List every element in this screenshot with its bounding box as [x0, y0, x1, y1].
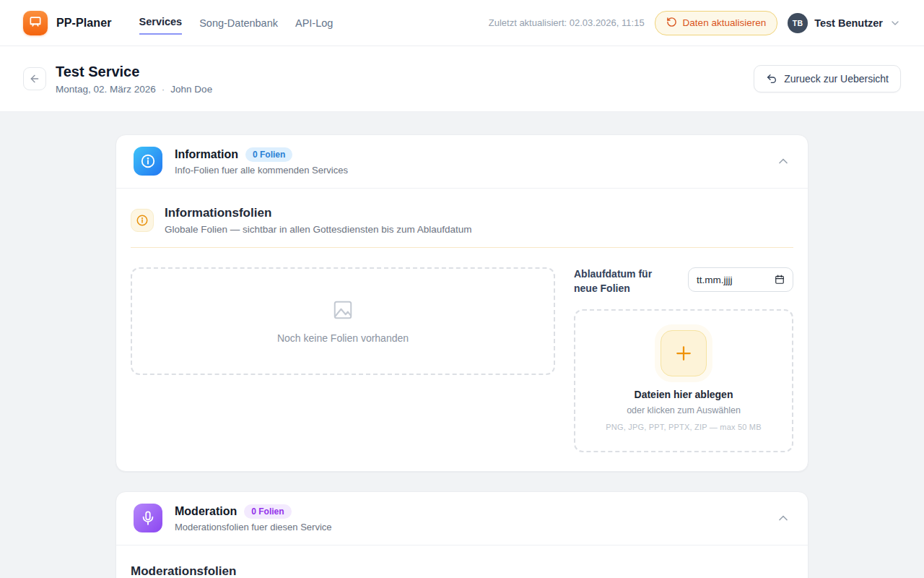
- information-card: Information 0 Folien Info-Folien fuer al…: [116, 134, 808, 472]
- plus-icon: [661, 330, 707, 376]
- avatar: TB: [788, 13, 808, 33]
- user-menu[interactable]: TB Test Benutzer: [788, 13, 901, 33]
- meta-separator: ·: [162, 84, 165, 95]
- page-title: Test Service: [56, 64, 212, 80]
- info-circle-outline-icon: [131, 209, 154, 232]
- moderation-card-header[interactable]: Moderation 0 Folien Moderationsfolien fu…: [116, 492, 808, 545]
- service-date: Montag, 02. März 2026: [56, 84, 156, 95]
- dropzone-title: Dateien hier ablegen: [635, 389, 733, 400]
- empty-state-text: Noch keine Folien vorhanden: [277, 332, 409, 344]
- back-to-overview-label: Zurueck zur Uebersicht: [784, 73, 889, 85]
- information-card-title: Information: [175, 148, 238, 161]
- user-name: Test Benutzer: [814, 17, 883, 29]
- back-to-overview-button[interactable]: Zurueck zur Uebersicht: [754, 65, 901, 92]
- last-updated-text: Zuletzt aktualisiert: 02.03.2026, 11:15: [489, 17, 645, 28]
- nav-song-datenbank[interactable]: Song-Datenbank: [199, 13, 278, 33]
- moderationsfolien-heading: Moderationsfolien: [131, 545, 793, 578]
- main-nav: Services Song-Datenbank API-Log: [139, 12, 334, 35]
- informationsfolien-heading: Informationsfolien: [165, 206, 471, 220]
- back-button[interactable]: [23, 67, 46, 90]
- service-author: John Doe: [170, 84, 212, 95]
- expiry-date-input[interactable]: tt.mm.jjjj: [688, 267, 793, 292]
- brand-name: PP-Planer: [56, 17, 112, 30]
- file-dropzone[interactable]: Dateien hier ablegen oder klicken zum Au…: [574, 309, 793, 452]
- dropzone-hint: PNG, JPG, PPT, PPTX, ZIP — max 50 MB: [606, 423, 761, 431]
- arrow-left-icon: [29, 73, 40, 85]
- chevron-up-icon[interactable]: [776, 154, 790, 168]
- refresh-data-button[interactable]: Daten aktualisieren: [655, 11, 778, 35]
- main-content: Information 0 Folien Info-Folien fuer al…: [0, 112, 924, 578]
- information-card-header[interactable]: Information 0 Folien Info-Folien fuer al…: [116, 135, 808, 188]
- topbar: PP-Planer Services Song-Datenbank API-Lo…: [0, 0, 924, 46]
- upload-column: Ablaufdatum für neue Folien tt.mm.jjjj: [574, 267, 793, 452]
- calendar-icon[interactable]: [775, 275, 785, 285]
- microphone-icon: [134, 504, 162, 532]
- information-folien-badge: 0 Folien: [245, 147, 292, 162]
- nav-api-log[interactable]: API-Log: [295, 13, 333, 33]
- chevron-down-icon: [889, 17, 901, 29]
- app-logo: [23, 11, 48, 35]
- undo-arrow-icon: [766, 73, 777, 85]
- moderation-card-subtitle: Moderationsfolien fuer diesen Service: [175, 522, 332, 532]
- nav-services[interactable]: Services: [139, 12, 183, 35]
- amber-divider: [131, 247, 793, 248]
- expiry-date-label: Ablaufdatum für neue Folien: [574, 267, 676, 296]
- moderation-folien-badge: 0 Folien: [244, 504, 291, 519]
- page-header: Test Service Montag, 02. März 2026 · Joh…: [0, 46, 924, 112]
- information-card-subtitle: Info-Folien fuer alle kommenden Services: [175, 165, 348, 176]
- presentation-icon: [28, 14, 43, 32]
- moderation-card: Moderation 0 Folien Moderationsfolien fu…: [116, 491, 808, 578]
- moderation-card-title: Moderation: [175, 505, 237, 518]
- slides-empty-state: Noch keine Folien vorhanden: [131, 267, 555, 375]
- refresh-button-label: Daten aktualisieren: [683, 17, 767, 28]
- chevron-up-icon[interactable]: [776, 511, 790, 525]
- date-input-placeholder: tt.mm.jjjj: [697, 275, 733, 285]
- informationsfolien-description: Globale Folien — sichtbar in allen Gotte…: [165, 224, 471, 235]
- image-placeholder-icon: [332, 299, 354, 324]
- refresh-icon: [666, 17, 677, 30]
- info-circle-icon: [134, 147, 162, 176]
- dropzone-subtitle: oder klicken zum Auswählen: [627, 405, 741, 415]
